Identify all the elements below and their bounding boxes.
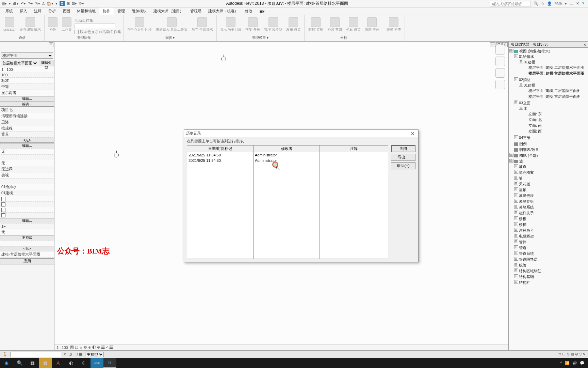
tree-family-node[interactable]: 坡道 (514, 164, 587, 170)
property-row[interactable]: <无> (0, 138, 54, 143)
property-row[interactable]: 按规程 (0, 125, 54, 132)
qat-dim-icon[interactable]: ✎▾ (35, 1, 40, 6)
tab-bdmaster1[interactable]: 建模大师（通用） (150, 7, 187, 15)
property-row[interactable]: 标准 (0, 78, 54, 84)
search-taskbar-icon[interactable]: 🔍 (13, 358, 26, 368)
drawing-element[interactable] (221, 57, 226, 61)
property-checkbox[interactable] (1, 208, 5, 212)
nav-pan-icon[interactable] (495, 68, 505, 78)
coord-host-button[interactable]: 协调 主体 (363, 17, 381, 32)
properties-close-icon[interactable]: × (49, 42, 53, 47)
status-input[interactable] (10, 352, 61, 357)
qat-section-icon[interactable]: ▾ (55, 1, 58, 6)
dialog-titlebar[interactable]: 历史记录 ✕ (184, 130, 418, 137)
publish-settings-button[interactable]: 发布 设置 (285, 17, 302, 32)
tab-insert[interactable]: 插入 (16, 7, 31, 15)
edit-type-button[interactable]: 编辑类型 (39, 60, 53, 66)
tray-action-icon[interactable]: 💬 (580, 361, 585, 365)
tab-collaborate[interactable]: 协作 (99, 7, 114, 15)
table-row[interactable]: 2021/6/25 11:34:58Administrator (187, 152, 388, 158)
property-row[interactable] (0, 179, 54, 184)
tab-manage[interactable]: 管理 (114, 7, 128, 15)
property-row[interactable]: 俯视 (0, 172, 54, 179)
table-row[interactable]: 2021/6/25 11:34:30Administrator (187, 158, 388, 163)
chrome-icon[interactable]: ◐ (65, 358, 78, 368)
property-row[interactable]: 100 (0, 72, 54, 78)
qat-open-icon[interactable]: ▾ (9, 1, 11, 6)
tree-family-node[interactable]: 墙 (514, 175, 587, 181)
view-cube[interactable] (495, 45, 505, 89)
communicator-button[interactable]: unicator (2, 17, 17, 32)
restore-backup-button[interactable]: 恢复 备份 (244, 17, 261, 32)
browser-tree[interactable]: 视图 (鸿业-给排水) 01给排水 01建模 楼层平面: 建模-二层给排水平面图… (509, 48, 588, 350)
property-row[interactable] (0, 155, 54, 160)
qat-sync-icon[interactable]: ⟳▾ (79, 1, 84, 6)
status-right-icons[interactable]: ⟲ ☐ ⊕ ▤ ⊘ ▽ ∇ (558, 352, 585, 356)
property-checkbox[interactable] (1, 213, 5, 217)
tree-family-node[interactable]: 楼梯 (514, 222, 587, 228)
tree-family-node[interactable]: 电缆桥架 (514, 233, 587, 239)
property-row[interactable]: 无边界 (0, 166, 54, 172)
tree-family-node[interactable]: 管件 (514, 239, 587, 245)
collaborate-button[interactable]: 协作 (47, 17, 59, 32)
taskview-icon[interactable]: ▦ (26, 358, 39, 368)
col-datetime[interactable]: 日期/时间标记 (187, 145, 254, 152)
apply-button[interactable]: 应用 (0, 258, 54, 264)
copy-monitor-button[interactable]: 复制/ 监视 (307, 17, 325, 32)
property-row[interactable] (0, 202, 54, 207)
property-row[interactable]: 无 (0, 149, 54, 155)
nav-home-icon[interactable] (495, 45, 505, 55)
property-row[interactable]: 项目北 (0, 107, 54, 113)
property-row[interactable] (0, 241, 54, 246)
tree-family-node[interactable]: 天花板 (514, 181, 587, 187)
start-button[interactable]: ◉ (0, 358, 13, 368)
status-walk-icon[interactable]: 🚶 (3, 352, 7, 356)
tree-family-node[interactable]: 结构基础 (514, 274, 587, 280)
property-row[interactable]: 编辑... (0, 96, 54, 102)
dropdown-icon[interactable]: ▾ (565, 1, 567, 6)
star-icon[interactable]: ☆ (541, 1, 544, 6)
col-modifier[interactable]: 修改者 (254, 145, 320, 152)
property-row[interactable]: 建模-首层给排水平面图 (0, 251, 54, 258)
property-row[interactable]: 无 (0, 160, 54, 166)
app-icon[interactable]: ▦ (39, 358, 52, 368)
instance-selector[interactable]: 首层给排水平面图 (1, 60, 38, 66)
nav-wheel-icon[interactable] (495, 57, 505, 66)
sync-central-button[interactable]: 与中心文件 同步 (126, 17, 153, 32)
browser-close-icon[interactable]: × (584, 43, 586, 47)
tab-addins[interactable]: 附加模块 (128, 7, 150, 15)
property-row[interactable]: 编辑... (0, 143, 54, 149)
property-row[interactable]: 01给排水 (0, 184, 54, 190)
user-icon[interactable]: 👤 (547, 1, 552, 6)
clash-check-button[interactable]: 碰撞 检查 (385, 17, 403, 32)
search-input[interactable] (490, 1, 531, 6)
tray-net-icon[interactable]: 📶 (565, 361, 570, 365)
qat-switch-icon[interactable]: ⊡▾ (72, 1, 77, 6)
property-row[interactable]: 1 : 100 (0, 67, 54, 72)
qat-close-icon[interactable]: ⊞ (67, 1, 70, 6)
property-checkbox[interactable] (1, 197, 5, 201)
property-row[interactable] (0, 213, 54, 218)
property-edit-button[interactable]: 编辑... (0, 96, 54, 101)
manage-cloud-button[interactable]: 管理 云模型 (263, 17, 283, 32)
login-link[interactable]: 登录 (555, 1, 562, 6)
qat-3d-icon[interactable]: 🏠▾ (47, 1, 53, 6)
help-icon[interactable]: ? (582, 2, 584, 6)
property-edit-button[interactable]: <无> (0, 138, 54, 143)
tree-family-node[interactable]: 楼板 (514, 216, 587, 222)
gray-inactive-checkbox[interactable] (75, 30, 79, 34)
col-note[interactable]: 注释 (320, 145, 388, 152)
system-tray[interactable]: ^ 📶 🔊 💬 (557, 361, 588, 365)
tree-family-node[interactable]: 填充图案 (514, 170, 587, 175)
tab-expand-icon[interactable]: ▣▾ (256, 8, 268, 15)
tree-family-node[interactable]: 幕墙系统 (514, 204, 587, 210)
qat-undo-icon[interactable]: ↶▾ (21, 1, 26, 6)
autocad-icon[interactable]: A (52, 358, 65, 368)
property-row[interactable] (0, 196, 54, 202)
view-min-icon[interactable]: — (490, 42, 495, 47)
qat-redo-icon[interactable]: ↷▾ (28, 1, 33, 6)
scale-value[interactable]: 1 : 100 (56, 346, 68, 350)
tab-modify[interactable]: 修改 (242, 7, 256, 15)
tree-family-node[interactable]: 栏杆扶手 (514, 210, 587, 216)
exchange-icon[interactable]: ✕ (576, 1, 579, 6)
